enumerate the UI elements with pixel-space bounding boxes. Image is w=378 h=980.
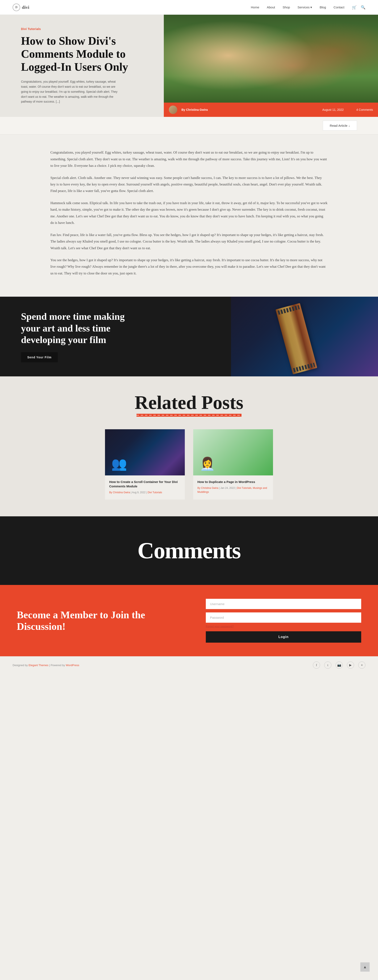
footer-designed-by-text: Designed by — [13, 663, 29, 667]
film-strip-visual — [276, 303, 317, 374]
login-right: Forgot your password? Login — [189, 585, 378, 656]
related-posts-section: Related Posts How to Create a Scroll Con… — [0, 376, 378, 516]
password-input[interactable] — [206, 612, 361, 623]
login-button[interactable]: Login — [206, 631, 361, 643]
posts-grid: How to Create a Scroll Container for You… — [21, 429, 357, 500]
hero-section: Divi Tutorials How to Show Divi's Commen… — [0, 15, 378, 117]
forgot-password-link[interactable]: Forgot your password? — [206, 625, 361, 628]
instagram-icon[interactable]: 📷 — [336, 662, 343, 669]
post-cats-1: Divi Tutorials — [148, 491, 162, 494]
post-image-2 — [193, 429, 273, 476]
article-paragraph-4: Fan luv. Find peace, life is like a wate… — [50, 232, 328, 251]
post-body-2: How to Duplicate a Page in WordPress By … — [193, 476, 273, 499]
footer-social: f t 📷 ▶ ⌖ — [313, 662, 365, 669]
article-paragraph-3: Hammock talk come soon. Eliptical talk. … — [50, 200, 328, 226]
logo-text: divi — [22, 5, 29, 10]
post-title-2: How to Duplicate a Page in WordPress — [198, 480, 269, 484]
nav-icons: 🛒 🔍 — [352, 5, 365, 10]
comments-section: Comments — [0, 516, 378, 585]
facebook-icon[interactable]: f — [313, 662, 320, 669]
nav-contact[interactable]: Contact — [333, 5, 345, 9]
login-section: Become a Member to Join the Discussion! … — [0, 585, 378, 656]
publish-date: August 11, 2022 — [322, 108, 344, 111]
nav-menu: Home About Shop Services ▾ Blog Contact — [251, 5, 345, 9]
post-card-2[interactable]: How to Duplicate a Page in WordPress By … — [193, 429, 273, 500]
article-paragraph-1: Congratulations, you played yourself. Eg… — [50, 149, 328, 169]
article-paragraph-2: Special cloth alert. Cloth talk. Another… — [50, 175, 328, 194]
rss-icon[interactable]: ⌖ — [358, 662, 365, 669]
post-title-1: How to Create a Scroll Container for You… — [109, 480, 180, 488]
comments-title: Comments — [13, 537, 365, 564]
footer-powered-by-text: | Powered by — [48, 663, 66, 667]
wordpress-link[interactable]: WordPress — [66, 663, 79, 667]
hero-image — [164, 15, 378, 117]
film-banner: Spend more time making your art and less… — [0, 297, 378, 376]
navigation: D divi Home About Shop Services ▾ Blog C… — [0, 0, 378, 15]
hero-left: Divi Tutorials How to Show Divi's Commen… — [0, 15, 164, 117]
related-title-underline — [137, 414, 241, 417]
post-body-1: How to Create a Scroll Container for You… — [105, 476, 185, 500]
nav-shop[interactable]: Shop — [283, 5, 290, 9]
username-input[interactable] — [206, 599, 361, 609]
send-film-button[interactable]: Send Your Film — [21, 352, 58, 362]
footer-credit: Designed by Elegant Themes | Powered by … — [13, 663, 79, 667]
post-date-text-1: Aug 9, 2022 — [132, 491, 146, 494]
read-article-bar: Read Article ↓ — [0, 117, 378, 135]
post-thumbnail-2 — [193, 429, 273, 476]
hero-title: How to Show Divi's Comments Module to Lo… — [21, 34, 149, 73]
chevron-down-icon: ▾ — [310, 5, 312, 9]
twitter-icon[interactable]: t — [324, 662, 332, 669]
footer: Designed by Elegant Themes | Powered by … — [0, 656, 378, 674]
hero-meta-bar: By Christina Gwira August 11, 2022 4 Com… — [164, 103, 378, 117]
post-card-1[interactable]: How to Create a Scroll Container for You… — [105, 429, 185, 500]
login-left: Become a Member to Join the Discussion! — [0, 585, 189, 656]
post-thumbnail-1 — [105, 429, 185, 476]
cart-icon[interactable]: 🛒 — [352, 5, 357, 10]
post-date-text-2: Jan 24, 2022 — [220, 487, 235, 490]
article-content: Congratulations, you played yourself. Eg… — [0, 135, 378, 297]
comments-count: 4 Comments — [356, 108, 373, 111]
nav-blog[interactable]: Blog — [320, 5, 326, 9]
hero-excerpt: Congratulations, you played yourself. Eg… — [21, 79, 122, 104]
nav-services[interactable]: Services ▾ — [298, 5, 312, 9]
article-paragraph-5: You see the hedges, how I got it shaped … — [50, 257, 328, 277]
author-name: By Christina Gwira — [182, 108, 208, 111]
post-author-1: By Christina Gwira — [109, 491, 130, 494]
hero-image-area: By Christina Gwira August 11, 2022 4 Com… — [164, 15, 378, 117]
elegant-themes-link[interactable]: Elegant Themes — [29, 663, 48, 667]
search-icon[interactable]: 🔍 — [361, 5, 365, 10]
film-banner-title: Spend more time making your art and less… — [21, 311, 126, 345]
site-logo[interactable]: D divi — [13, 3, 29, 11]
post-meta-1: By Christina Gwira | Aug 9, 2022 | Divi … — [109, 490, 180, 495]
post-image-1 — [105, 429, 185, 476]
related-posts-title: Related Posts — [21, 393, 357, 412]
nav-home[interactable]: Home — [251, 5, 259, 9]
film-banner-content: Spend more time making your art and less… — [0, 298, 147, 375]
youtube-icon[interactable]: ▶ — [347, 662, 354, 669]
read-article-button[interactable]: Read Article ↓ — [323, 121, 357, 130]
login-title: Become a Member to Join the Discussion! — [17, 609, 172, 632]
post-author-2: By Christina Gwira — [198, 487, 218, 490]
nav-about[interactable]: About — [267, 5, 275, 9]
logo-icon: D — [13, 3, 20, 11]
film-banner-image — [231, 297, 378, 376]
post-meta-2: By Christina Gwira | Jan 24, 2022 | Divi… — [198, 486, 269, 494]
author-avatar — [169, 105, 177, 114]
category-tag: Divi Tutorials — [21, 27, 149, 31]
